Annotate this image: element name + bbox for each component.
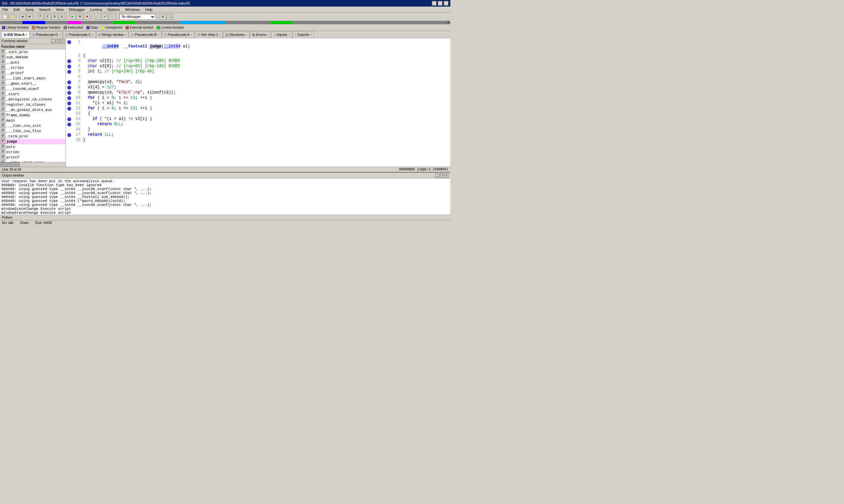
tab-pseudocode-c[interactable]: ⊡ Pseudocode-C × — [63, 31, 96, 38]
tab-struct-close[interactable]: × — [246, 33, 247, 37]
func-icon: f — [1, 87, 5, 91]
menu-file[interactable]: File — [1, 7, 9, 12]
func-item-libc-start-main[interactable]: f ___libc_start_main — [0, 76, 66, 81]
func-item-start[interactable]: f _start — [0, 92, 66, 97]
func-item-strlen[interactable]: f __strlen — [0, 65, 66, 71]
func-scrollbar-thumb[interactable] — [0, 162, 20, 167]
toolbar-stepout[interactable]: ↑ — [109, 14, 115, 20]
func-item-gmon-start[interactable]: f __gmon_start__ — [0, 81, 66, 86]
toolbar-extra2[interactable]: 🔍 — [167, 14, 173, 20]
func-icon: f — [1, 113, 5, 118]
tab-enums[interactable]: ⊟ Enums × — [250, 31, 271, 38]
title-bar: IDA - 8813b6340dfc4b009c45a8cf81999a3e.b… — [0, 0, 450, 6]
tab-imports-close[interactable]: × — [289, 33, 290, 37]
output-content[interactable]: Your request has been put in the autoana… — [0, 179, 450, 215]
close-button[interactable]: × — [444, 1, 448, 5]
func-item-printf2[interactable]: f printf — [0, 155, 66, 160]
func-item-isoc99-scanf[interactable]: f ___isoc99_scanf — [0, 86, 66, 92]
menu-windows[interactable]: Windows — [124, 7, 141, 12]
python-label: Python — [2, 216, 12, 219]
tab-strings-window[interactable]: ≡ Strings window × — [96, 31, 128, 38]
output-win-close[interactable]: × — [444, 174, 448, 178]
toolbar-pause[interactable]: ⏸ — [76, 14, 83, 20]
tab-imports[interactable]: ↓ Imports × — [271, 31, 292, 38]
tab-pseudo-c-close[interactable]: × — [92, 33, 93, 37]
tab-pseudo-b-close[interactable]: × — [158, 33, 159, 37]
tab-structures[interactable]: ◫ Structures × — [223, 31, 249, 38]
bottom-status: AU: idle Down Disk: 44GB — [0, 220, 450, 225]
menu-view[interactable]: View — [55, 7, 65, 12]
tab-enum-close[interactable]: × — [267, 33, 269, 37]
func-item-frame-dummy[interactable]: f frame_dummy — [0, 113, 66, 118]
menu-jump[interactable]: Jump — [24, 7, 35, 12]
toolbar-extra1[interactable]: ⚙ — [159, 14, 166, 20]
menu-search[interactable]: Search — [38, 7, 52, 12]
python-bar: Python — [0, 215, 450, 220]
line-dot-18 — [67, 138, 71, 142]
minimize-button[interactable]: ─ — [432, 1, 436, 5]
toolbar-stepover[interactable]: ↪ — [102, 14, 108, 20]
tab-pseudocode-d[interactable]: ⊡ Pseudocode-D × — [30, 31, 63, 38]
toolbar-run[interactable]: ▶ — [69, 14, 76, 20]
toolbar-open[interactable]: 📂 — [8, 14, 15, 20]
toolbar-data[interactable]: D — [51, 14, 58, 20]
func-item-init-proc[interactable]: f _init_proc — [0, 49, 66, 55]
func-item-register[interactable]: f register_tm_clones — [0, 102, 66, 107]
toolbar-code[interactable]: C — [44, 14, 51, 20]
func-scrollbar[interactable] — [0, 162, 66, 167]
tab-pseudo-d-close[interactable]: × — [59, 33, 60, 37]
colormap-collapse[interactable]: ▼ — [447, 21, 449, 24]
tab-pseudocode-b[interactable]: ⊡ Pseudocode-B × — [129, 31, 161, 38]
toolbar-fwd[interactable]: ▶ — [27, 14, 33, 20]
tab-ida-close[interactable]: × — [26, 33, 28, 36]
func-item-puts[interactable]: f __puts — [0, 60, 66, 65]
toolbar-stop[interactable]: ■ — [84, 14, 90, 20]
toolbar-new[interactable]: 📄 — [1, 14, 8, 20]
output-line-3: 400500: using guessed type __int64 __iso… — [1, 187, 449, 191]
func-item-strlen2[interactable]: f strlen — [0, 149, 66, 155]
tab-pseudocode-a[interactable]: ⊡ Pseudocode-A × — [162, 31, 194, 38]
maximize-button[interactable]: □ — [438, 1, 443, 5]
toolbar-func[interactable]: f — [37, 14, 44, 20]
func-list[interactable]: f _init_proc f sub_4004A0 f __puts f __s… — [0, 49, 66, 162]
tab-hex-close[interactable]: × — [219, 33, 221, 37]
tab-ida-view-a[interactable]: ⊞ IDA View-A × — [1, 31, 30, 38]
func-item-sub4004a0[interactable]: f sub_4004A0 — [0, 55, 66, 60]
func-item-puts2[interactable]: f puts — [0, 144, 66, 149]
tab-pseudo-a-close[interactable]: × — [191, 33, 192, 37]
func-win-close[interactable]: × — [60, 39, 64, 43]
menu-options[interactable]: Options — [106, 7, 121, 12]
code-area[interactable]: 1 __int64 __fastcall judge(__int64 a1) 2… — [66, 38, 450, 167]
menu-edit[interactable]: Edit — [13, 7, 21, 12]
func-win-min[interactable]: _ — [51, 39, 55, 43]
func-item-judge[interactable]: f judge — [0, 139, 66, 144]
debugger-select[interactable]: No debugger — [119, 14, 156, 20]
tab-exports[interactable]: ↑ Exports × — [293, 31, 314, 38]
toolbar-back[interactable]: ◀ — [19, 14, 26, 20]
output-header: Output window _ □ × — [0, 173, 450, 179]
func-item-term-proc[interactable]: f _term_proc — [0, 134, 66, 139]
tab-exports-close[interactable]: × — [310, 33, 312, 37]
func-item-csu-fini[interactable]: f ___libc_csu_fini — [0, 128, 66, 134]
code-line-11: 11 *(i + a1) ^= i; — [66, 101, 450, 106]
toolbar-undef[interactable]: U — [59, 14, 65, 20]
func-item-csu-init[interactable]: f ___libc_csu_init — [0, 123, 66, 128]
menu-lumina[interactable]: Lumina — [89, 7, 103, 12]
func-win-max[interactable]: □ — [56, 39, 60, 43]
output-line-7: 400500: using guessed type __int64 __iso… — [1, 203, 449, 207]
output-win-min[interactable]: _ — [435, 174, 439, 178]
menu-debugger[interactable]: Debugger — [68, 7, 86, 12]
func-item-global-dtors[interactable]: f __do_global_dtors_aux — [0, 107, 66, 113]
func-item-deregister[interactable]: f _deregister_tm_clones — [0, 97, 66, 102]
menu-help[interactable]: Help — [144, 7, 154, 12]
functions-title: Functions window — [1, 39, 28, 43]
tab-struct-label: Structures — [229, 33, 245, 37]
line-dot-7 — [67, 80, 71, 84]
toolbar-step[interactable]: ↓ — [94, 14, 101, 20]
tab-strings-close[interactable]: × — [125, 33, 126, 37]
func-item-main[interactable]: f main — [0, 118, 66, 123]
output-win-max[interactable]: □ — [440, 174, 444, 178]
tab-hex-view[interactable]: ⬡ Hex View-1 × — [195, 31, 223, 38]
tab-ida-icon: ⊞ — [4, 33, 6, 37]
func-item-printf[interactable]: f __printf — [0, 71, 66, 76]
